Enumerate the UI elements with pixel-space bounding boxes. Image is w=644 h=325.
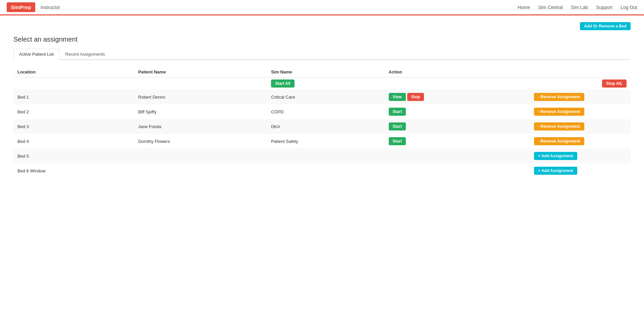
sim-name [267, 149, 384, 163]
nav-home[interactable]: Home [518, 5, 530, 10]
table-row: Bed 3 Jane Fonda DKA Start - Remove Assi… [13, 119, 631, 134]
col-header-location: Location [13, 67, 134, 77]
empty-cell-2 [134, 77, 267, 90]
remove-cell: - Remove Assignment [530, 134, 631, 149]
sim-name: Critical Care [267, 90, 384, 104]
action-cell: View Stop [385, 90, 530, 104]
nav-sim-lab[interactable]: Sim Lab [571, 5, 588, 10]
start-all-cell: Start All [267, 77, 384, 90]
patient-name: Jane Fonda [134, 119, 267, 134]
table-row: Bed 5 + Add Assignment [13, 149, 631, 163]
patient-name [134, 149, 267, 163]
table-header-row: Location Patient Name Sim Name Action [13, 67, 631, 77]
remove-assignment-button[interactable]: - Remove Assignment [534, 93, 584, 101]
col-header-sim: Sim Name [267, 67, 384, 77]
nav-support[interactable]: Support [596, 5, 612, 10]
table-row: Bed 4 Dorothy Flowers Patient Safety Sta… [13, 134, 631, 149]
tabs: Active Patient List Recent Assignments [13, 49, 631, 60]
sim-name [267, 163, 384, 178]
action-cell: Start [385, 119, 530, 134]
user-role: Instructor [41, 5, 60, 10]
action-buttons: Start [389, 108, 526, 116]
view-button[interactable]: View [389, 93, 406, 101]
start-all-button[interactable]: Start All [271, 79, 294, 88]
add-cell: + Add Assignment [530, 149, 631, 163]
remove-cell: - Remove Assignment [530, 119, 631, 134]
empty-cell-1 [13, 77, 134, 90]
sim-name: COPD [267, 104, 384, 119]
stop-button[interactable]: Stop [407, 93, 424, 101]
action-cell [385, 163, 530, 178]
add-assignment-button[interactable]: + Add Assignment [534, 167, 577, 175]
bed-location: Bed 1 [13, 90, 134, 104]
start-button[interactable]: Start [389, 122, 406, 130]
stop-all-cell: Stop AlL [530, 77, 631, 90]
patient-name: Dorothy Flowers [134, 134, 267, 149]
nav-logout[interactable]: Log Out [621, 5, 637, 10]
patient-name [134, 163, 267, 178]
table-row: Bed 6 Window + Add Assignment [13, 163, 631, 178]
table-row: Bed 2 Biff Spiffy COPD Start - Remove As… [13, 104, 631, 119]
stop-all-button[interactable]: Stop AlL [602, 79, 627, 88]
add-assignment-button[interactable]: + Add Assignment [534, 152, 577, 160]
action-buttons: View Stop [389, 93, 526, 101]
add-cell: + Add Assignment [530, 163, 631, 178]
action-cell: Start [385, 134, 530, 149]
remove-assignment-button[interactable]: - Remove Assignment [534, 122, 584, 130]
sim-name: DKA [267, 119, 384, 134]
sim-name: Patient Safety [267, 134, 384, 149]
col-header-extra [530, 67, 631, 77]
add-remove-bed-button[interactable]: Add Or Remove a Bed [580, 22, 631, 30]
remove-cell: - Remove Assignment [530, 90, 631, 104]
empty-cell-3 [385, 77, 530, 90]
bed-location: Bed 4 [13, 134, 134, 149]
remove-assignment-button[interactable]: - Remove Assignment [534, 108, 584, 116]
assignment-table: Location Patient Name Sim Name Action St… [13, 67, 631, 178]
action-buttons: Start [389, 122, 526, 130]
col-header-patient: Patient Name [134, 67, 267, 77]
start-button[interactable]: Start [389, 137, 406, 145]
start-stop-all-row: Start All Stop AlL [13, 77, 631, 90]
patient-name: Biff Spiffy [134, 104, 267, 119]
start-button[interactable]: Start [389, 108, 406, 116]
bed-location: Bed 5 [13, 149, 134, 163]
remove-assignment-button[interactable]: - Remove Assignment [534, 137, 584, 145]
nav-links: Home Sim Central Sim Lab Support Log Out [518, 5, 637, 10]
col-header-action: Action [385, 67, 530, 77]
action-cell: Start [385, 104, 530, 119]
table-row: Bed 1 Robert Deniro Critical Care View S… [13, 90, 631, 104]
bed-location: Bed 6 Window [13, 163, 134, 178]
bed-location: Bed 2 [13, 104, 134, 119]
main-content: Add Or Remove a Bed Select an assignment… [0, 15, 644, 185]
patient-name: Robert Deniro [134, 90, 267, 104]
action-cell [385, 149, 530, 163]
top-action-bar: Add Or Remove a Bed [13, 22, 631, 30]
page-title: Select an assignment [13, 36, 631, 43]
nav-sim-central[interactable]: Sim Central [538, 5, 563, 10]
brand-logo: SimPrep [7, 2, 35, 12]
tab-active-patient-list[interactable]: Active Patient List [13, 49, 59, 60]
action-buttons: Start [389, 137, 526, 145]
tab-recent-assignments[interactable]: Recent Assignments [59, 49, 111, 60]
remove-cell: - Remove Assignment [530, 104, 631, 119]
navbar: SimPrep Instructor Home Sim Central Sim … [0, 0, 644, 15]
bed-location: Bed 3 [13, 119, 134, 134]
